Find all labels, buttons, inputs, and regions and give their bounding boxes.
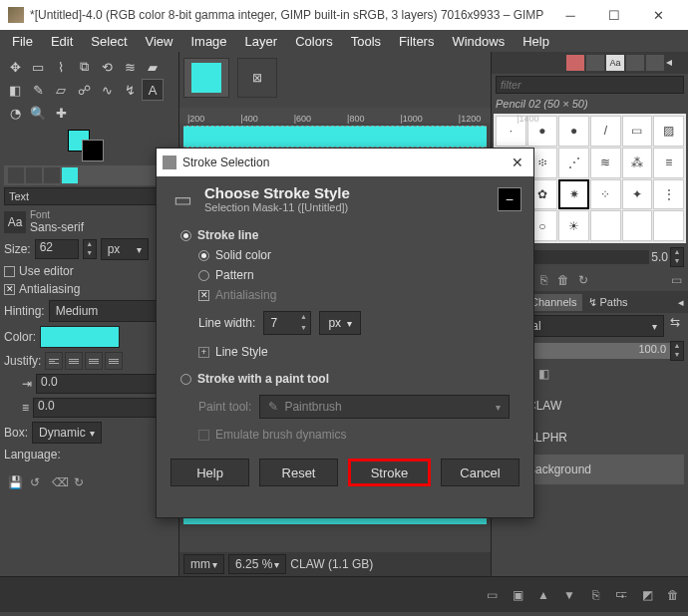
pencil-tool-icon[interactable]: ✎	[27, 79, 49, 101]
pattern-radio[interactable]	[198, 270, 209, 281]
menu-file[interactable]: File	[4, 32, 41, 51]
warp-tool-icon[interactable]: ≋	[119, 56, 141, 78]
save-options-icon[interactable]: 💾	[8, 475, 24, 489]
stroke-paint-radio[interactable]	[180, 374, 191, 385]
solid-color-radio[interactable]	[198, 250, 209, 261]
layer-group-icon[interactable]: ▣	[509, 588, 526, 602]
bg-color-swatch[interactable]	[82, 140, 104, 161]
paths-tab[interactable]: ↯ Paths	[582, 294, 633, 311]
antialiasing-checkbox[interactable]: ✕	[4, 284, 15, 295]
menu-layer[interactable]: Layer	[237, 32, 286, 51]
reset-button[interactable]: Reset	[259, 459, 338, 486]
menu-view[interactable]: View	[138, 32, 181, 51]
menu-select[interactable]: Select	[83, 32, 135, 51]
canvas-content[interactable]	[183, 126, 487, 148]
tab-icon[interactable]	[44, 167, 60, 183]
mode-switch-icon[interactable]: ⇆	[666, 315, 684, 337]
size-unit-dropdown[interactable]: px▾	[101, 238, 149, 260]
stroke-button[interactable]: Stroke	[348, 459, 431, 486]
brushes-tab-icon[interactable]	[566, 55, 584, 71]
open-brush-icon[interactable]: ▭	[668, 273, 684, 287]
path-tool-icon[interactable]: ↯	[119, 79, 141, 101]
text-color-swatch[interactable]	[40, 326, 120, 348]
refresh-brush-icon[interactable]: ↻	[575, 273, 591, 287]
menu-colors[interactable]: Colors	[287, 32, 341, 51]
rotate-tool-icon[interactable]: ⟲	[96, 56, 118, 78]
spacing-spinner[interactable]: ▲▼	[670, 247, 684, 267]
close-tab-icon[interactable]: ⊠	[237, 58, 277, 98]
justify-right-icon[interactable]	[65, 352, 83, 370]
menu-windows[interactable]: Windows	[444, 32, 513, 51]
eraser-tool-icon[interactable]: ▱	[50, 79, 72, 101]
font-value[interactable]: Sans-serif	[30, 220, 174, 234]
measure-tool-icon[interactable]: ◔	[4, 102, 26, 124]
patterns-tab-icon[interactable]	[586, 55, 604, 71]
lock-alpha-icon[interactable]: ◧	[535, 367, 551, 381]
bucket-tool-icon[interactable]: ▰	[142, 56, 164, 78]
raise-layer-icon[interactable]: ▲	[534, 588, 552, 602]
size-input[interactable]: 62	[35, 239, 79, 259]
fonts-tab-icon[interactable]: Aa	[606, 55, 624, 71]
gradients-tab-icon[interactable]	[646, 55, 664, 71]
tab-icon[interactable]	[8, 167, 24, 183]
justify-left-icon[interactable]	[45, 352, 63, 370]
help-button[interactable]: Help	[171, 459, 249, 486]
close-button[interactable]: ✕	[636, 0, 680, 30]
size-spinner[interactable]: ▲▼	[83, 239, 97, 259]
opacity-spinner[interactable]: ▲▼	[670, 341, 684, 361]
menu-tools[interactable]: Tools	[343, 32, 389, 51]
gradient-tool-icon[interactable]: ◧	[4, 79, 26, 101]
box-dropdown[interactable]: Dynamic▾	[32, 422, 102, 444]
use-editor-checkbox[interactable]	[4, 266, 15, 277]
panel-menu-icon[interactable]: ◂	[666, 55, 684, 71]
panel-menu-icon[interactable]: ◂	[678, 296, 688, 309]
new-layer-icon[interactable]: ▭	[483, 588, 501, 602]
justify-center-icon[interactable]	[85, 352, 103, 370]
line-width-input[interactable]: ▲▼	[263, 311, 311, 335]
maximize-button[interactable]: ☐	[592, 0, 636, 30]
dialog-close-icon[interactable]: ✕	[508, 154, 527, 170]
dup-brush-icon[interactable]: ⎘	[535, 273, 551, 287]
color-picker-tool-icon[interactable]: ✚	[50, 102, 72, 124]
text-tool-icon[interactable]: A	[142, 79, 164, 101]
clone-tool-icon[interactable]: ☍	[73, 79, 95, 101]
stroke-line-radio[interactable]	[180, 230, 191, 241]
color-swatches[interactable]	[4, 130, 174, 159]
antialiasing-checkbox[interactable]: ✕	[198, 290, 209, 301]
restore-options-icon[interactable]: ↺	[30, 475, 46, 489]
rect-select-tool-icon[interactable]: ▭	[27, 56, 49, 78]
crop-tool-icon[interactable]: ⧉	[73, 56, 95, 78]
history-tab-icon[interactable]	[626, 55, 644, 71]
minimize-button[interactable]: ─	[548, 0, 592, 30]
del-brush-icon[interactable]: 🗑	[555, 273, 571, 287]
emulate-dynamics-checkbox[interactable]	[198, 430, 209, 441]
menu-image[interactable]: Image	[182, 32, 234, 51]
move-tool-icon[interactable]: ✥	[4, 56, 26, 78]
font-preview-icon[interactable]: Aa	[4, 211, 26, 233]
document-tab[interactable]	[183, 58, 229, 98]
smudge-tool-icon[interactable]: ∿	[96, 79, 118, 101]
mask-layer-icon[interactable]: ◩	[638, 588, 656, 602]
menu-filters[interactable]: Filters	[391, 32, 442, 51]
indent-input[interactable]: 0.0	[36, 374, 157, 394]
delete-options-icon[interactable]: ⌫	[52, 475, 68, 489]
brush-filter-input[interactable]	[496, 76, 684, 94]
tab-icon[interactable]	[26, 167, 42, 183]
merge-layer-icon[interactable]: ⮓	[612, 588, 630, 602]
menu-help[interactable]: Help	[515, 32, 557, 51]
reset-options-icon[interactable]: ↻	[74, 475, 90, 489]
line-spacing-input[interactable]: 0.0	[33, 398, 157, 418]
cancel-button[interactable]: Cancel	[441, 459, 519, 486]
tab-icon[interactable]	[62, 167, 78, 183]
line-style-expander[interactable]: +Line Style	[198, 341, 510, 363]
zoom-tool-icon[interactable]: 🔍	[27, 102, 49, 124]
lower-layer-icon[interactable]: ▼	[560, 588, 578, 602]
line-width-unit-dropdown[interactable]: px▾	[319, 311, 361, 335]
menu-edit[interactable]: Edit	[43, 32, 81, 51]
lasso-tool-icon[interactable]: ⌇	[50, 56, 72, 78]
unit-dropdown[interactable]: mm ▾	[183, 554, 224, 574]
zoom-dropdown[interactable]: 6.25 % ▾	[228, 554, 286, 574]
justify-fill-icon[interactable]	[105, 352, 123, 370]
delete-layer-icon[interactable]: 🗑	[664, 588, 682, 602]
paint-tool-dropdown[interactable]: ✎Paintbrush▾	[259, 395, 510, 419]
